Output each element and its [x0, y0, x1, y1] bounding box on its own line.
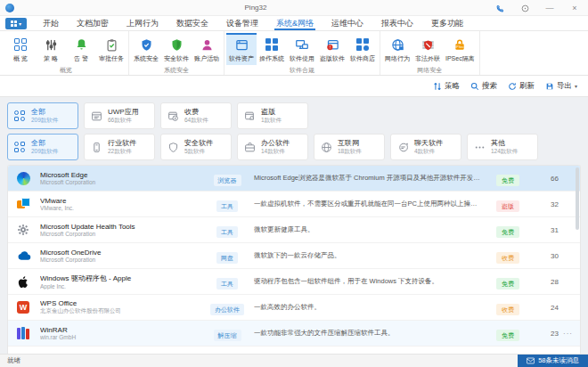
shield-outline-icon — [167, 142, 179, 153]
ribbon: 概 览 策 略 告 警 — [0, 31, 588, 76]
gear-icon — [17, 224, 40, 236]
save-export-icon — [545, 82, 554, 91]
ribbon-group-software-compliance: 软件资产 操作系统 软件使用 ! 盗版软件 — [225, 31, 380, 75]
ribbon-item-approval-tasks[interactable]: 审批任务 — [96, 33, 127, 65]
software-list: Microsoft Edge Microsoft Corporation 浏览器… — [7, 165, 581, 354]
status-badge: 免费 — [496, 278, 519, 290]
uwp-window-icon — [91, 110, 102, 122]
os-squares-icon — [265, 37, 279, 53]
tab-data-security[interactable]: 数据安全 — [167, 16, 217, 30]
unread-messages-button[interactable]: 58条未读消息 — [518, 355, 588, 367]
sliders-icon — [45, 37, 58, 53]
filter-card-paid[interactable]: 收费64款软件 — [160, 102, 232, 129]
shield-check-blue-icon — [140, 37, 153, 53]
chat-bubble-icon — [397, 142, 409, 153]
category-badge: 解压缩 — [214, 330, 241, 341]
filter-card-all-types[interactable]: 全部209款软件 — [7, 102, 78, 129]
ribbon-item-network-behavior[interactable]: 网络行为 — [382, 33, 412, 65]
titlebar: Ping32 — × — [0, 0, 588, 16]
filter-card-security[interactable]: 安全软件5款软件 — [160, 134, 232, 160]
ribbon-item-pirated-software[interactable]: ! 盗版软件 — [317, 33, 347, 65]
tab-report-center[interactable]: 报表中心 — [372, 16, 422, 30]
filter-card-industry[interactable]: 行业软件22款软件 — [84, 134, 155, 160]
app-menu-button[interactable]: ▾ — [5, 18, 27, 29]
lock-icon: IPSec — [453, 37, 466, 53]
search-button[interactable]: 搜索 — [470, 81, 497, 92]
caret-down-icon: ▾ — [575, 83, 577, 89]
ribbon-item-software-usage[interactable]: 软件使用 — [287, 33, 317, 65]
ribbon-item-ipsec-isolation[interactable]: IPSec IPSec隔离 — [443, 33, 478, 65]
ribbon-item-security-software[interactable]: 安全软件 — [161, 33, 192, 65]
store-squares-icon — [356, 37, 370, 53]
filter-card-pirated[interactable]: 盗版1款软件 — [237, 102, 308, 129]
globe-outline-icon — [321, 142, 332, 153]
refresh-button[interactable]: 刷新 — [508, 81, 535, 92]
scrollbar-thumb[interactable] — [576, 167, 579, 230]
app-grid-icon — [11, 20, 17, 27]
filter-card-chat[interactable]: 聊天软件4款软件 — [390, 134, 461, 160]
edge-icon — [17, 172, 40, 185]
ribbon-group-label: 网络安全 — [382, 65, 478, 75]
software-row-apple-driver[interactable]: Windows 驱动程序包 - Apple Apple Inc. 工具 驱动程序… — [8, 269, 580, 295]
ellipsis-icon — [474, 142, 486, 153]
status-badge: 免费 — [496, 175, 519, 186]
refresh-icon — [508, 82, 517, 91]
ribbon-item-alerts[interactable]: 告 警 — [66, 33, 96, 65]
tab-more-features[interactable]: 更多功能 — [422, 16, 472, 30]
category-badge: 办公软件 — [210, 304, 244, 315]
clipboard-check-icon — [105, 37, 118, 53]
content-area: 全部209款软件 UWP应用66款软件 收费64款软件 盗版1款软件 — [0, 97, 588, 354]
ribbon-item-policy[interactable]: 策 略 — [36, 33, 66, 65]
ribbon-item-illegal-connection[interactable]: 非法外联 — [412, 33, 443, 65]
filter-card-uwp[interactable]: UWP应用66款软件 — [84, 102, 155, 129]
list-scrollbar[interactable] — [576, 167, 579, 352]
status-badge: 收费 — [496, 252, 519, 264]
status-badge: 免费 — [496, 226, 519, 238]
ribbon-item-operating-system[interactable]: 操作系统 — [257, 33, 287, 65]
software-row-winrar[interactable]: WinRAR win.rar GmbH 解压缩 一款功能非常强大的文件压缩解压缩… — [8, 321, 580, 347]
vmware-icon — [17, 198, 40, 211]
tab-doc-encryption[interactable]: 文档加密 — [68, 16, 118, 30]
export-button[interactable]: 导出 ▾ — [545, 81, 577, 92]
row-more-button[interactable]: ··· — [559, 330, 573, 338]
overview-grid-icon — [14, 37, 28, 53]
filter-card-office[interactable]: 办公软件14款软件 — [237, 134, 308, 160]
software-row-onedrive[interactable]: Microsoft OneDrive Microsoft Corporation… — [8, 243, 580, 269]
feedback-icon[interactable] — [517, 0, 533, 16]
category-badge: 工具 — [216, 278, 238, 290]
ribbon-item-software-assets[interactable]: 软件资产 — [226, 33, 257, 65]
filter-card-all-categories[interactable]: 全部209款软件 — [7, 134, 78, 160]
status-badge: 盗版 — [496, 200, 519, 212]
monitors-icon — [295, 37, 309, 53]
winrar-books-icon — [17, 327, 40, 339]
ribbon-group-label: 系统安全 — [131, 65, 222, 75]
tab-system-network[interactable]: 系统&网络 — [267, 16, 323, 30]
software-row-edge[interactable]: Microsoft Edge Microsoft Corporation 浏览器… — [8, 166, 580, 192]
close-button[interactable]: × — [567, 0, 583, 16]
software-row-wps[interactable]: W WPS Office 北京金山办公软件股份有限公司 办公软件 一款高效的办公… — [8, 295, 580, 321]
category-badge: 网盘 — [216, 252, 238, 264]
ribbon-group-network-security: 网络行为 非法外联 IPSec IPSec隔离 网络安全 — [380, 31, 480, 75]
filter-card-internet[interactable]: 互联网18款软件 — [314, 134, 385, 160]
policy-button[interactable]: 策略 — [433, 81, 460, 92]
tab-device-management[interactable]: 设备管理 — [217, 16, 267, 30]
tab-web-behavior[interactable]: 上网行为 — [118, 16, 167, 30]
window-title: Ping32 — [20, 4, 492, 12]
filter-card-other[interactable]: 其他124款软件 — [467, 134, 538, 160]
ribbon-item-system-security[interactable]: 系统安全 — [131, 33, 161, 65]
pirated-window-icon — [244, 110, 256, 122]
ribbon-item-overview[interactable]: 概 览 — [5, 33, 36, 65]
tab-start[interactable]: 开始 — [34, 16, 68, 30]
status-ready-text: 就绪 — [0, 355, 518, 367]
ribbon-item-software-store[interactable]: 软件商店 — [347, 33, 378, 65]
software-row-update-health-tools[interactable]: Microsoft Update Health Tools Microsoft … — [8, 217, 580, 243]
ribbon-group-label: 软件合规 — [226, 65, 378, 75]
tab-ops-center[interactable]: 运维中心 — [323, 16, 372, 30]
support-phone-icon[interactable] — [492, 0, 508, 16]
software-row-vmware[interactable]: VMware VMware, Inc. 工具 一款虚拟机软件，不需要区分或重开机… — [8, 192, 580, 217]
briefcase-icon — [244, 142, 256, 153]
grid-icon — [14, 142, 26, 153]
ribbon-item-account-activity[interactable]: 账户活动 — [192, 33, 222, 65]
minimize-button[interactable]: — — [542, 0, 558, 16]
svg-text:!: ! — [329, 44, 330, 49]
